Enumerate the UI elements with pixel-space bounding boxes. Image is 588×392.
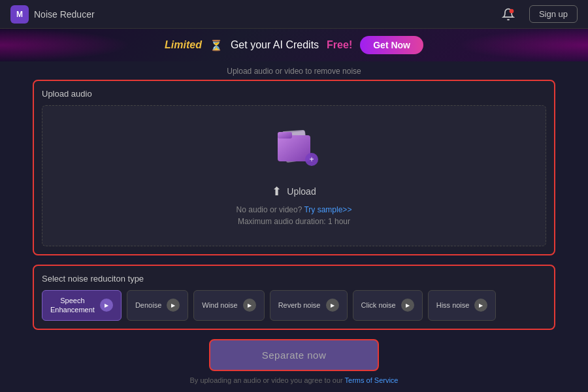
noise-types-list: Speech Enhancement▶Denoise▶Wind noise▶Re… xyxy=(42,290,546,321)
app-header: M Noise Reducer Sign up xyxy=(0,0,588,29)
separate-now-button[interactable]: Separate now xyxy=(209,339,379,371)
noise-section-title: Select noise reduciton type xyxy=(42,274,546,284)
noise-type-button[interactable]: Wind noise▶ xyxy=(193,290,264,321)
svg-rect-4 xyxy=(278,132,292,139)
no-audio-text: No audio or video? Try sample>> xyxy=(237,205,352,214)
terms-text: By uploading an audio or video you agree… xyxy=(189,376,398,384)
header-left: M Noise Reducer xyxy=(10,5,95,24)
noise-section: Select noise reduciton type Speech Enhan… xyxy=(33,265,555,330)
page-subtitle: Upload audio or video to remove noise xyxy=(0,61,588,80)
terms-link[interactable]: Terms of Service xyxy=(345,376,399,384)
svg-text:+: + xyxy=(309,155,314,164)
get-now-button[interactable]: Get Now xyxy=(360,36,423,54)
banner-free-text: Free! xyxy=(327,39,352,51)
svg-point-0 xyxy=(510,8,514,13)
try-sample-link[interactable]: Try sample>> xyxy=(304,205,351,214)
upload-button[interactable]: ⬆ Upload xyxy=(272,184,316,199)
play-icon: ▶ xyxy=(401,299,414,312)
banner-middle-text: Get your AI Credits xyxy=(231,39,319,51)
max-duration-text: Maximum audio duration: 1 hour xyxy=(238,217,350,226)
banner-limited-text: Limited xyxy=(165,39,202,51)
noise-type-button[interactable]: Denoise▶ xyxy=(127,290,188,321)
notifications-icon[interactable] xyxy=(498,4,519,25)
folder-svg: + xyxy=(265,125,323,171)
app-logo: M xyxy=(10,5,29,24)
noise-type-button[interactable]: Reverb noise▶ xyxy=(270,290,348,321)
play-icon: ▶ xyxy=(326,299,339,312)
upload-illustration: + xyxy=(265,125,323,174)
banner-hourglass: ⏳ xyxy=(210,39,223,52)
promo-banner: Limited ⏳ Get your AI Credits Free! Get … xyxy=(0,29,588,61)
play-icon: ▶ xyxy=(100,299,113,312)
play-icon: ▶ xyxy=(167,299,180,312)
noise-type-button[interactable]: Speech Enhancement▶ xyxy=(42,290,122,321)
main-content: Upload audio + xyxy=(0,80,588,330)
upload-section-title: Upload audio xyxy=(42,89,546,99)
noise-type-button[interactable]: Hiss noise▶ xyxy=(428,290,497,321)
upload-section: Upload audio + xyxy=(33,80,555,255)
bottom-area: Separate now By uploading an audio or vi… xyxy=(0,330,588,384)
noise-type-button[interactable]: Click noise▶ xyxy=(353,290,423,321)
upload-dropzone[interactable]: + ⬆ Upload No audio or video? Try sample… xyxy=(42,105,546,246)
play-icon: ▶ xyxy=(474,299,487,312)
play-icon: ▶ xyxy=(243,299,256,312)
app-name: Noise Reducer xyxy=(34,9,95,20)
upload-cloud-icon: ⬆ xyxy=(272,184,282,199)
signup-button[interactable]: Sign up xyxy=(529,5,578,23)
header-right: Sign up xyxy=(498,4,578,25)
